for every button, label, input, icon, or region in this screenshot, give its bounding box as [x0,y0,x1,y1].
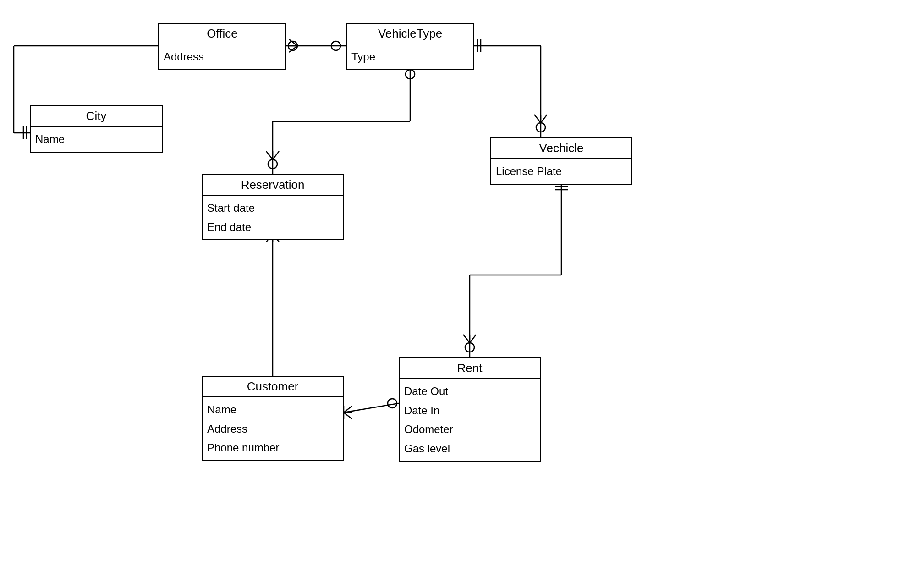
rent-attr-dateout: Date Out [404,382,535,401]
rent-attr-gaslevel: Gas level [404,439,535,458]
vehicletype-title: VehicleType [347,24,473,44]
rent-attr-odometer: Odometer [404,420,535,439]
vehicletype-entity: VehicleType Type [346,23,474,70]
office-title: Office [159,24,285,44]
reservation-attr-enddate: End date [207,218,338,237]
customer-attr-phone: Phone number [207,438,338,457]
city-attr-name: Name [35,130,157,149]
vehicle-title: Vechicle [491,138,631,159]
customer-attr-address: Address [207,419,338,439]
city-entity: City Name [30,105,163,153]
city-title: City [31,106,162,127]
customer-entity: Customer Name Address Phone number [202,376,344,461]
vehicle-attr-plate: License Plate [496,162,627,181]
reservation-attr-startdate: Start date [207,198,338,218]
office-attr-address: Address [164,47,281,66]
rent-title: Rent [400,358,540,379]
office-entity: Office Address [158,23,286,70]
reservation-entity: Reservation Start date End date [202,174,344,240]
customer-attr-name: Name [207,400,338,419]
customer-title: Customer [203,377,343,397]
rent-entity: Rent Date Out Date In Odometer Gas level [399,357,541,462]
reservation-title: Reservation [203,175,343,196]
vehicle-entity: Vechicle License Plate [490,137,632,185]
vehicletype-attr-type: Type [351,47,469,66]
rent-attr-datein: Date In [404,401,535,420]
